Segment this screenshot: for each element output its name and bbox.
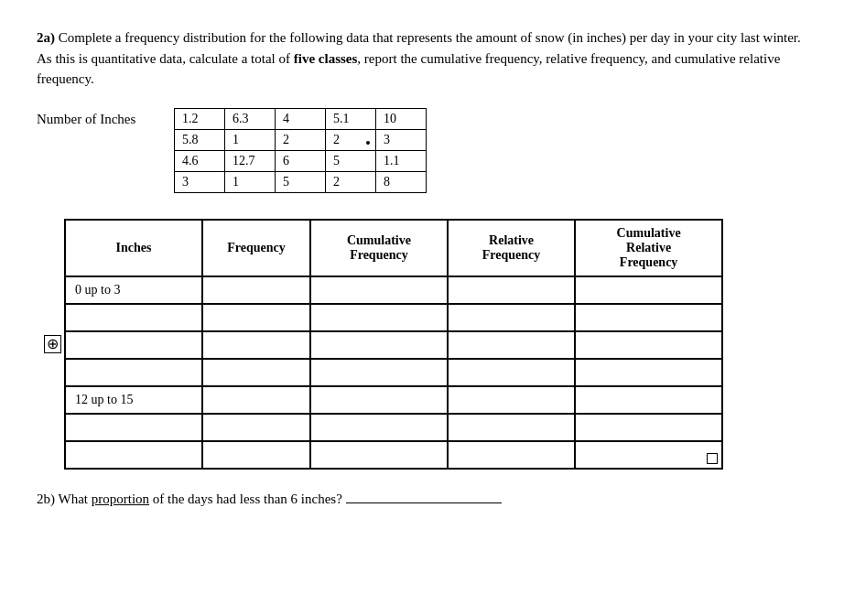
inches-cell[interactable] [65, 414, 202, 441]
data-section: Number of Inches 1.2 6.3 4 5.1 10 5.8 1 … [37, 108, 807, 193]
cum-rel-freq-cell[interactable] [575, 386, 722, 414]
data-cell: 4 [276, 108, 326, 129]
data-cell: 1.1 [376, 150, 427, 171]
freq-row-4 [65, 359, 722, 386]
proportion-underline: proportion [92, 492, 149, 506]
inches-cell[interactable] [65, 304, 202, 331]
data-row-1: 1.2 6.3 4 5.1 10 [175, 108, 427, 129]
question-2b: 2b) What proportion of the days had less… [37, 492, 807, 507]
part-a-label: 2a) [37, 30, 55, 45]
col-header-cumulative-relative-frequency: CumulativeRelativeFrequency [575, 220, 722, 276]
cum-rel-freq-cell[interactable] [575, 441, 722, 469]
question-text: 2a) Complete a frequency distribution fo… [37, 27, 807, 90]
frequency-cell[interactable] [202, 441, 310, 469]
inches-cell: 0 up to 3 [65, 276, 202, 304]
rel-freq-cell[interactable] [448, 276, 575, 304]
cum-rel-freq-cell[interactable] [575, 414, 722, 441]
freq-row-7 [65, 441, 722, 469]
bold-text: five classes [294, 51, 358, 66]
data-cell: 3 [376, 129, 427, 150]
data-row-3: 4.6 12.7 6 5 1.1 [175, 150, 427, 171]
freq-row-2 [65, 304, 722, 331]
inches-cell[interactable] [65, 331, 202, 359]
col-header-inches: Inches [65, 220, 202, 276]
data-cell: 3 [175, 171, 225, 192]
rel-freq-cell[interactable] [448, 359, 575, 386]
cum-rel-freq-cell[interactable] [575, 331, 722, 359]
freq-row-5: 12 up to 15 [65, 386, 722, 414]
data-cell: 2 [276, 129, 326, 150]
frequency-cell[interactable] [202, 359, 310, 386]
data-row-4: 3 1 5 2 8 [175, 171, 427, 192]
cum-rel-freq-cell[interactable] [575, 276, 722, 304]
data-cell: 2 [326, 171, 376, 192]
data-cell: 12.7 [225, 150, 276, 171]
rel-freq-cell[interactable] [448, 441, 575, 469]
cum-freq-cell[interactable] [310, 331, 448, 359]
rel-freq-cell[interactable] [448, 331, 575, 359]
frequency-cell[interactable] [202, 331, 310, 359]
cum-freq-cell[interactable] [310, 359, 448, 386]
inches-cell: 12 up to 15 [65, 386, 202, 414]
cum-freq-cell[interactable] [310, 414, 448, 441]
data-cell: 6.3 [225, 108, 276, 129]
data-cell: 5.8 [175, 129, 225, 150]
data-cell: 1.2 [175, 108, 225, 129]
rel-freq-cell[interactable] [448, 304, 575, 331]
crosshair-icon: ⊕ [44, 335, 61, 353]
cum-freq-cell[interactable] [310, 386, 448, 414]
data-cell: 5 [276, 171, 326, 192]
data-label: Number of Inches [37, 108, 156, 127]
cum-freq-cell[interactable] [310, 441, 448, 469]
frequency-table: Inches Frequency CumulativeFrequency Rel… [64, 219, 723, 470]
part-b-label: 2b) [37, 492, 55, 506]
col-header-relative-frequency: RelativeFrequency [448, 220, 575, 276]
freq-row-6 [65, 414, 722, 441]
cum-freq-cell[interactable] [310, 276, 448, 304]
cum-freq-cell[interactable] [310, 304, 448, 331]
inches-cell[interactable] [65, 359, 202, 386]
question-2a: 2a) Complete a frequency distribution fo… [37, 27, 807, 470]
data-cell: 6 [276, 150, 326, 171]
cum-rel-freq-cell[interactable] [575, 359, 722, 386]
freq-row-3 [65, 331, 722, 359]
freq-header-row: Inches Frequency CumulativeFrequency Rel… [65, 220, 722, 276]
data-cell: 2 [326, 129, 376, 150]
data-cell: 1 [225, 129, 276, 150]
rel-freq-cell[interactable] [448, 414, 575, 441]
small-checkbox [707, 453, 718, 464]
data-cell: 5.1 [326, 108, 376, 129]
data-cell: 10 [376, 108, 427, 129]
part-b-text2: of the days had less than 6 inches? [149, 492, 342, 506]
frequency-cell[interactable] [202, 414, 310, 441]
cum-rel-freq-cell[interactable] [575, 304, 722, 331]
frequency-cell[interactable] [202, 386, 310, 414]
data-row-2: 5.8 1 2 2 3 [175, 129, 427, 150]
col-header-frequency: Frequency [202, 220, 310, 276]
data-cell: 1 [225, 171, 276, 192]
data-table: 1.2 6.3 4 5.1 10 5.8 1 2 2 3 4.6 12.7 6 [174, 108, 427, 193]
col-header-cumulative-frequency: CumulativeFrequency [310, 220, 448, 276]
part-b-text: What [55, 492, 92, 506]
freq-section: ⊕ Inches Frequency CumulativeFrequency R… [64, 219, 807, 470]
freq-row-1: 0 up to 3 [65, 276, 722, 304]
frequency-cell[interactable] [202, 276, 310, 304]
data-cell: 5 [326, 150, 376, 171]
inches-cell[interactable] [65, 441, 202, 469]
data-cell: 4.6 [175, 150, 225, 171]
rel-freq-cell[interactable] [448, 386, 575, 414]
data-cell: 8 [376, 171, 427, 192]
answer-blank[interactable] [346, 503, 502, 503]
frequency-cell[interactable] [202, 304, 310, 331]
